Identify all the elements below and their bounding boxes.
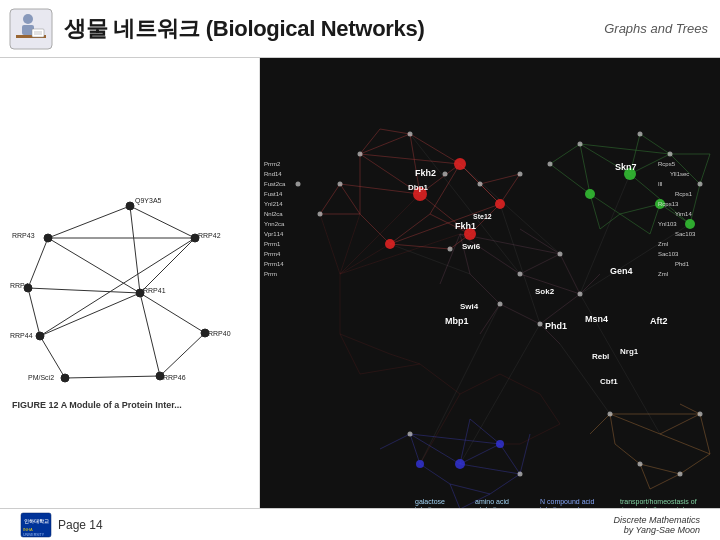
- svg-text:Rnd14: Rnd14: [264, 171, 282, 177]
- svg-line-153: [520, 424, 560, 444]
- svg-point-184: [558, 252, 563, 257]
- svg-text:transport/homeostasis of: transport/homeostasis of: [620, 498, 697, 506]
- footer: 인하대학교 INHA UNIVERSITY Page 14 Discrete M…: [0, 508, 720, 540]
- svg-point-24: [44, 234, 52, 242]
- svg-text:Prrm1: Prrm1: [264, 241, 281, 247]
- svg-point-180: [698, 182, 703, 187]
- svg-line-146: [340, 334, 390, 354]
- svg-text:INHA: INHA: [23, 527, 33, 532]
- svg-point-158: [454, 158, 466, 170]
- svg-line-94: [410, 434, 420, 464]
- svg-text:galactose: galactose: [415, 498, 445, 506]
- svg-line-103: [610, 414, 660, 434]
- svg-line-112: [590, 414, 610, 434]
- svg-line-47: [360, 214, 390, 244]
- svg-line-73: [620, 204, 660, 214]
- svg-point-172: [338, 182, 343, 187]
- svg-text:Sac103: Sac103: [658, 251, 679, 257]
- svg-text:Swi4: Swi4: [460, 302, 479, 311]
- svg-line-109: [610, 414, 615, 444]
- svg-point-179: [668, 152, 673, 157]
- svg-line-100: [470, 419, 500, 444]
- svg-line-54: [340, 184, 360, 214]
- svg-point-176: [318, 212, 323, 217]
- svg-line-15: [28, 288, 40, 336]
- svg-point-192: [678, 472, 683, 477]
- svg-line-98: [520, 434, 530, 474]
- svg-point-164: [585, 189, 595, 199]
- svg-line-122: [460, 234, 470, 274]
- logo-icon: [8, 7, 54, 51]
- svg-line-90: [500, 444, 520, 474]
- svg-line-125: [440, 234, 460, 284]
- svg-line-129: [480, 304, 500, 334]
- svg-line-85: [620, 214, 650, 234]
- svg-text:Prrm4: Prrm4: [264, 251, 281, 257]
- svg-text:Phd1: Phd1: [545, 321, 567, 331]
- svg-text:Rcps5: Rcps5: [658, 161, 676, 167]
- svg-point-190: [608, 412, 613, 417]
- svg-point-186: [538, 322, 543, 327]
- svg-line-58: [360, 134, 410, 154]
- right-panel: Dbp1 Fkh2 Fkh1 Ste12 Swi6 Swi4 Mbp1 Skn7…: [260, 58, 720, 540]
- svg-point-168: [416, 460, 424, 468]
- svg-line-130: [460, 164, 560, 254]
- svg-line-80: [700, 154, 710, 184]
- svg-text:PM/Sci2: PM/Sci2: [28, 374, 54, 381]
- svg-line-95: [410, 434, 500, 444]
- svg-point-174: [408, 132, 413, 137]
- svg-text:RRP41: RRP41: [143, 287, 166, 294]
- svg-line-101: [450, 484, 460, 509]
- svg-text:Dbp1: Dbp1: [408, 183, 429, 192]
- page-number: Page 14: [58, 518, 103, 532]
- svg-line-8: [130, 206, 195, 238]
- svg-point-28: [36, 332, 44, 340]
- svg-text:Gen4: Gen4: [610, 266, 633, 276]
- svg-point-187: [498, 302, 503, 307]
- svg-point-191: [698, 412, 703, 417]
- header-left: 생물 네트워크 (Biological Networks): [8, 7, 424, 51]
- svg-line-78: [550, 144, 580, 164]
- svg-line-119: [540, 294, 580, 324]
- svg-point-171: [443, 172, 448, 177]
- svg-line-155: [390, 354, 420, 364]
- svg-point-160: [495, 199, 505, 209]
- svg-line-87: [600, 214, 620, 229]
- svg-line-12: [140, 238, 195, 293]
- svg-text:Zml: Zml: [658, 271, 668, 277]
- svg-line-143: [340, 214, 360, 274]
- svg-text:Cbf1: Cbf1: [600, 377, 618, 386]
- svg-text:Sok2: Sok2: [535, 287, 555, 296]
- svg-text:Ynl214: Ynl214: [264, 201, 283, 207]
- author-credit: Discrete Mathematics by Yang-Sae Moon: [613, 515, 700, 535]
- svg-point-166: [455, 459, 465, 469]
- svg-point-1: [23, 14, 33, 24]
- footer-left: 인하대학교 INHA UNIVERSITY Page 14: [20, 512, 103, 538]
- svg-text:Ill: Ill: [658, 181, 662, 187]
- svg-line-21: [140, 293, 160, 376]
- svg-text:Fkh1: Fkh1: [455, 221, 476, 231]
- svg-text:amino acid: amino acid: [475, 498, 509, 505]
- svg-point-161: [385, 239, 395, 249]
- svg-line-14: [28, 288, 140, 293]
- svg-line-105: [700, 414, 710, 454]
- svg-point-167: [496, 440, 504, 448]
- svg-line-144: [340, 194, 420, 274]
- svg-point-177: [518, 172, 523, 177]
- svg-line-149: [420, 364, 460, 394]
- svg-text:Nrg1: Nrg1: [620, 347, 639, 356]
- svg-line-127: [520, 229, 560, 254]
- svg-text:Phd1: Phd1: [675, 261, 690, 267]
- svg-line-89: [460, 444, 500, 464]
- svg-line-118: [560, 254, 580, 294]
- svg-point-173: [478, 182, 483, 187]
- svg-line-151: [500, 374, 540, 394]
- svg-text:RRP43: RRP43: [12, 232, 35, 239]
- svg-line-92: [450, 484, 490, 494]
- svg-line-52: [390, 204, 500, 244]
- svg-point-170: [296, 182, 301, 187]
- svg-line-140: [340, 234, 460, 274]
- svg-line-150: [460, 374, 500, 394]
- university-logo: 인하대학교 INHA UNIVERSITY: [20, 512, 52, 538]
- svg-line-99: [460, 419, 470, 464]
